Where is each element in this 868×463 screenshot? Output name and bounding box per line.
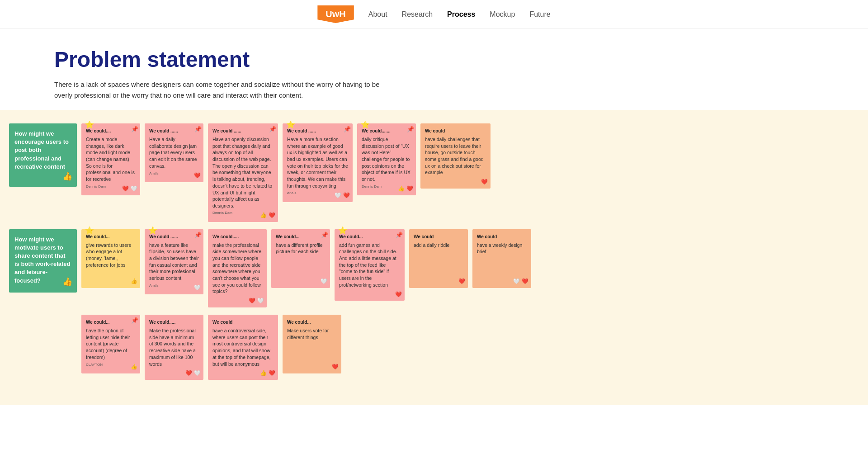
pin-icon: 📌 — [131, 317, 138, 325]
main-nav: About Research Process Mockup Future — [368, 10, 551, 19]
idea-card: We could..... make the professional side… — [208, 229, 267, 308]
card-icons: ❤️ — [458, 278, 465, 285]
star-icon: ⭐ — [85, 226, 94, 236]
nav-future[interactable]: Future — [529, 10, 550, 19]
page-title: Problem statement — [54, 47, 461, 72]
card-author: Dennis Dam — [362, 184, 382, 189]
star-icon: ⭐ — [148, 226, 157, 236]
card-title: We could ...... — [287, 128, 348, 134]
nav-process[interactable]: Process — [447, 10, 475, 19]
card-title: We could — [425, 128, 486, 134]
pin-icon: 📌 — [194, 125, 202, 133]
card-body: Make the professional side have a minimu… — [149, 327, 199, 367]
pin-icon: 📌 — [194, 231, 202, 239]
idea-card: 📌 We could ...... Have an openly discuss… — [208, 123, 278, 222]
card-title: We could ...... — [212, 128, 274, 134]
idea-card: We could..... Make the professional side… — [145, 315, 203, 380]
idea-card: 📌 We could ...... Have a daily collabora… — [145, 123, 203, 182]
star-icon: ⭐ — [85, 120, 94, 130]
pin-icon: 📌 — [131, 125, 138, 133]
idea-card: We could have daily challenges that requ… — [420, 123, 491, 189]
idea-card: ⭐ We could... give rewards to users who … — [81, 229, 140, 288]
card-body: have a feature like flipside, so users h… — [149, 242, 199, 282]
card-title: We could — [414, 234, 463, 240]
card-title: We could — [212, 319, 274, 326]
card-icons: 👍 — [131, 278, 137, 285]
card-body: have the option of letting user hide the… — [86, 327, 136, 360]
idea-card: ⭐ 📌 We could....... daily critique discu… — [357, 123, 416, 195]
idea-card: We could have a controversial side, wher… — [208, 315, 278, 380]
idea-card: We could... Make users vote for differen… — [283, 315, 341, 373]
hmw-card-1: How might we encourage users to post bot… — [9, 123, 77, 187]
site-header: UwH About Research Process Mockup Future — [0, 0, 868, 29]
card-body: Create a mode changes, like dark mode an… — [86, 136, 136, 183]
pin-icon: 📌 — [407, 125, 414, 133]
card-body: give rewards to users who engage a lot (… — [86, 242, 136, 269]
star-icon: ⭐ — [338, 226, 347, 236]
hmw-text-1: How might we encourage users to post bot… — [14, 130, 69, 170]
idea-card: We could have a weekly design brief 🤍❤️ — [472, 229, 531, 288]
idea-card: ⭐ 📌 We could ...... Have a more fun sect… — [283, 123, 353, 202]
star-icon: ⭐ — [361, 120, 370, 130]
card-body: Have a more fun section where an example… — [287, 136, 348, 189]
card-title: We could..... — [149, 319, 199, 326]
nav-research[interactable]: Research — [402, 10, 433, 19]
idea-card: ⭐ 📌 We could... add fun games and challe… — [335, 229, 405, 301]
card-title: We could... — [287, 319, 337, 326]
card-icons: 🤍 — [321, 278, 327, 285]
pin-icon: 📌 — [396, 231, 403, 239]
card-title: We could... — [86, 319, 136, 326]
card-icons: ❤️ — [395, 291, 402, 298]
card-body: have a weekly design brief — [477, 242, 527, 255]
idea-card: 📌 We could... have a different profile p… — [271, 229, 330, 288]
card-author: Dennis Dam — [212, 210, 232, 215]
card-author: Dennis Dam — [86, 184, 106, 189]
nav-about[interactable]: About — [368, 10, 387, 19]
card-title: We could... — [339, 234, 400, 240]
card-title: We could... — [276, 234, 326, 240]
card-icons: ❤️🤍 — [122, 185, 137, 193]
logo[interactable]: UwH — [317, 5, 354, 23]
card-author: Anaïs — [287, 190, 296, 195]
pin-icon: 📌 — [269, 125, 276, 133]
card-icons: 👍❤️ — [260, 369, 275, 377]
problem-section: Problem statement There is a lack of spa… — [54, 47, 461, 101]
card-icons: ❤️ — [194, 172, 201, 180]
card-icons: 👍 — [131, 363, 137, 371]
pin-icon: 📌 — [344, 125, 351, 133]
card-body: Have an openly discussion post that chan… — [212, 136, 274, 209]
idea-card: 📌 We could... have the option of letting… — [81, 315, 140, 373]
nav-mockup[interactable]: Mockup — [490, 10, 515, 19]
card-icons: 🤍❤️ — [335, 192, 350, 199]
idea-card: We could add a daily riddle ❤️ — [409, 229, 468, 288]
card-icons: ❤️🤍 — [185, 369, 201, 377]
card-icons: 👍❤️ — [398, 185, 413, 193]
card-title: We could — [477, 234, 527, 240]
hmw-card-2: How might we motivate users to share con… — [9, 229, 77, 293]
idea-card: ⭐ 📌 We could.... Create a mode changes, … — [81, 123, 140, 195]
card-body: daily critique discussion post of "UX wa… — [362, 136, 411, 183]
card-title: We could ...... — [149, 128, 199, 134]
pin-icon: 📌 — [321, 231, 328, 239]
card-icons: 👍❤️ — [260, 212, 275, 219]
card-icons: ❤️🤍 — [249, 297, 264, 305]
card-body: Make users vote for different things — [287, 327, 337, 340]
hmw-icon-1: 👍 — [62, 171, 72, 182]
card-body: make the professional side somewhere whe… — [212, 242, 262, 295]
problem-body: There is a lack of spaces where designer… — [54, 79, 398, 101]
board-row-1: How might we encourage users to post bot… — [9, 123, 859, 222]
card-author: CLAYTON — [86, 362, 103, 367]
card-author: Anaïs — [149, 283, 158, 288]
board-row-3: 📌 We could... have the option of letting… — [9, 315, 859, 380]
hmw-text-2: How might we motivate users to share con… — [14, 236, 71, 284]
card-author: Anaïs — [149, 171, 158, 176]
card-body: have a different profile picture for eac… — [276, 242, 326, 255]
card-icons: 🤍 — [194, 284, 201, 292]
card-icons: ❤️ — [332, 363, 339, 371]
star-icon: ⭐ — [286, 120, 295, 130]
card-icons: ❤️ — [481, 178, 488, 186]
card-body: have a controversial side, where users c… — [212, 327, 274, 367]
card-body: add fun games and challenges on the chil… — [339, 242, 400, 288]
card-icons: 🤍❤️ — [513, 278, 528, 285]
hmw-icon-2: 👍 — [62, 276, 72, 288]
